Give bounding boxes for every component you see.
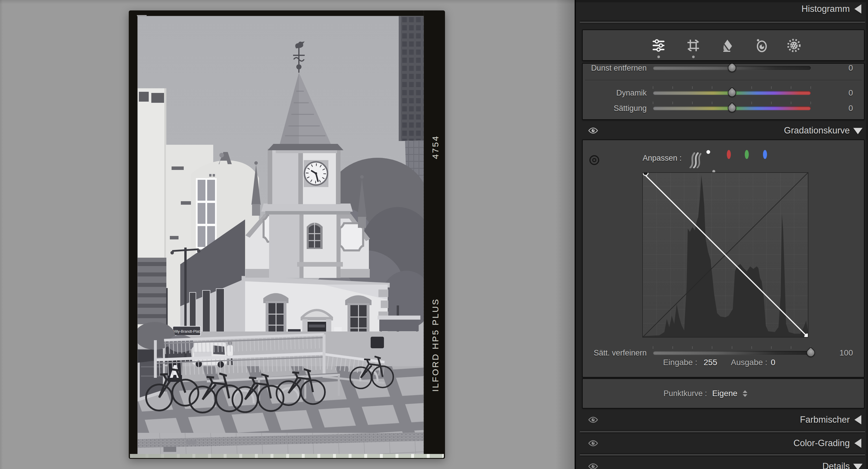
point-curve-label: Punktkurve :	[663, 389, 707, 398]
parametric-curve-icon	[688, 152, 701, 168]
collapse-down-icon[interactable]	[853, 464, 863, 469]
section-header-color-mixer[interactable]: Farbmischer	[576, 413, 866, 427]
curve-io-readout: Eingabe : 255 Ausgabe : 0	[583, 358, 864, 371]
panel-groove	[580, 430, 865, 433]
parking-garage	[137, 258, 166, 324]
tone-curve-title[interactable]: Gradationskurve	[784, 125, 850, 136]
street-sign-willy-brandt-platz: Willy-Brandt-Platz	[172, 326, 202, 335]
tool-masking[interactable]	[783, 34, 804, 57]
slider-track[interactable]	[653, 107, 811, 110]
basic-panel-box: Dunst entfernen 0 Dynamik 0 Sättigung	[582, 63, 865, 120]
point-curve-value[interactable]: Eigene	[712, 389, 737, 398]
input-label: Eingabe :	[655, 358, 697, 367]
histogram-title[interactable]: Histogramm	[802, 4, 850, 14]
collapse-left-icon[interactable]	[855, 4, 861, 13]
slider-knob[interactable]	[726, 102, 738, 114]
channel-point-curve-selected[interactable]	[708, 152, 721, 165]
panel-scroll-edge[interactable]	[866, 0, 868, 469]
section-header-tone-curve[interactable]: Gradationskurve	[576, 124, 866, 137]
collapse-left-icon[interactable]	[855, 415, 861, 424]
color-mixer-title[interactable]: Farbmischer	[800, 415, 850, 425]
slider-value[interactable]: 0	[848, 104, 853, 113]
slider-dynamik: Dynamik 0	[583, 86, 864, 99]
lightroom-develop-window: Willy-Brandt-Platz	[0, 0, 868, 469]
red-eye-icon	[754, 38, 768, 52]
slider-knob[interactable]	[726, 63, 738, 74]
photo-church-scene: Willy-Brandt-Platz	[137, 16, 424, 455]
tool-edit-sliders[interactable]	[648, 34, 669, 57]
slider-label: Sätt. verfeinern	[583, 349, 647, 357]
slider-value[interactable]: 100	[839, 348, 853, 357]
collapse-left-icon[interactable]	[855, 439, 861, 448]
channel-red[interactable]	[726, 152, 739, 165]
slider-value[interactable]: 0	[848, 88, 853, 97]
masking-icon	[786, 38, 802, 53]
slider-track[interactable]	[653, 66, 811, 70]
tool-crop[interactable]	[683, 34, 704, 57]
target-adjustment-icon[interactable]	[589, 155, 600, 166]
belfry	[269, 207, 343, 278]
film-frame-number: 4754	[431, 130, 440, 165]
section-header-color-grading[interactable]: Color-Grading	[576, 437, 866, 450]
slider-saettigung: Sättigung 0	[583, 101, 864, 115]
red-channel-icon	[727, 150, 731, 159]
output-label: Ausgabe :	[731, 358, 767, 367]
tower-cornice	[261, 204, 353, 212]
output-value[interactable]: 0	[771, 358, 775, 367]
develop-right-panel: Histogramm	[576, 0, 868, 469]
eye-icon[interactable]	[588, 440, 598, 447]
curve-point-shadows	[643, 173, 648, 175]
slider-track[interactable]	[653, 91, 811, 95]
toolstrip	[582, 30, 865, 61]
channel-blue[interactable]	[763, 152, 775, 165]
eye-icon[interactable]	[588, 127, 598, 134]
point-curve-spinner[interactable]	[743, 390, 747, 397]
tone-curve-panel-box: Anpassen :	[582, 140, 865, 378]
panel-groove	[580, 453, 865, 456]
color-grading-title[interactable]: Color-Grading	[793, 438, 850, 448]
input-value[interactable]: 255	[704, 358, 717, 367]
slider-dunst-entfernen: Dunst entfernen 0	[583, 63, 864, 75]
slider-value[interactable]: 0	[848, 63, 853, 73]
eye-icon[interactable]	[588, 416, 598, 423]
svg-text:Willy-Brandt-Platz: Willy-Brandt-Platz	[172, 329, 202, 333]
film-scan[interactable]: Willy-Brandt-Platz	[129, 10, 445, 459]
eye-icon[interactable]	[588, 463, 598, 469]
adjust-label: Anpassen :	[600, 154, 682, 163]
panel-groove	[580, 21, 865, 24]
clock	[304, 160, 329, 187]
panel-divider[interactable]	[575, 0, 576, 469]
channel-parametric-curve[interactable]	[688, 152, 701, 165]
tone-curve-plot[interactable]	[642, 172, 808, 338]
collapse-down-icon[interactable]	[853, 128, 863, 134]
slider-track[interactable]	[653, 351, 811, 355]
tool-crop-active-dot	[692, 56, 695, 58]
blue-channel-icon	[763, 150, 767, 159]
slider-knob[interactable]	[726, 87, 738, 98]
details-title[interactable]: Details	[822, 461, 850, 469]
green-channel-icon	[745, 150, 749, 159]
tool-red-eye[interactable]	[750, 34, 771, 57]
section-header-histogram[interactable]: Histogramm	[576, 2, 866, 16]
slider-label: Dynamik	[583, 89, 647, 97]
film-edge-perforation	[130, 454, 444, 458]
slider-label: Sättigung	[583, 104, 647, 113]
slider-knob[interactable]	[805, 347, 816, 358]
photo-canvas: Willy-Brandt-Platz	[0, 0, 576, 469]
tool-healing[interactable]	[717, 34, 738, 57]
healing-icon	[720, 38, 734, 52]
film-stock-label: ILFORD HP5 PLUS	[431, 305, 440, 392]
film-rebate-strip: 4754 ILFORD HP5 PLUS	[424, 10, 445, 459]
section-header-details[interactable]: Details	[576, 460, 866, 469]
point-curve-box: Punktkurve : Eigene	[582, 378, 865, 409]
tool-edit-active-dot	[657, 56, 660, 58]
edit-sliders-icon	[652, 38, 665, 52]
clock-storey	[268, 148, 341, 204]
channel-green[interactable]	[744, 152, 757, 165]
slider-label: Dunst entfernen	[583, 64, 647, 73]
crop-icon	[686, 38, 700, 52]
